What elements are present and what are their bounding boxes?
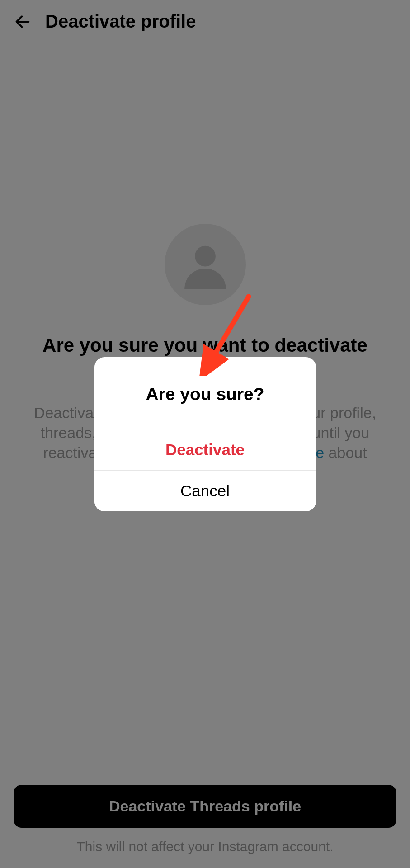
modal-overlay[interactable]: Are you sure? Deactivate Cancel	[0, 0, 410, 868]
dialog-title: Are you sure?	[94, 357, 316, 429]
dialog-cancel-button[interactable]: Cancel	[94, 470, 316, 511]
confirmation-dialog: Are you sure? Deactivate Cancel	[94, 357, 316, 511]
dialog-deactivate-button[interactable]: Deactivate	[94, 429, 316, 470]
